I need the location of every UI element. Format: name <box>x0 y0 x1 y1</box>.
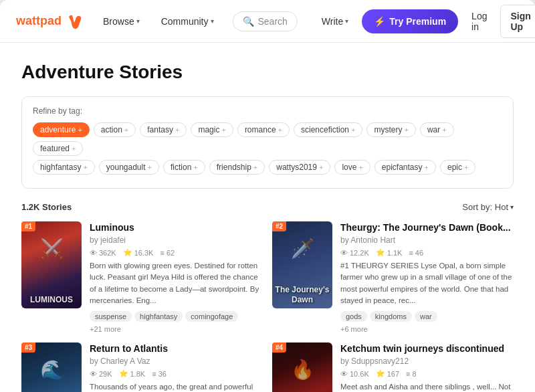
story-more-tags[interactable]: +6 more <box>340 325 514 333</box>
tag-label: war <box>427 125 440 134</box>
story-cover: ⚔️ LUMINOUS <box>21 221 82 308</box>
tag-chip-youngadult[interactable]: youngadult+ <box>99 160 159 175</box>
star-icon: ⭐ <box>376 369 385 378</box>
tag-chip-highfantasy[interactable]: highfantasy+ <box>33 160 95 175</box>
parts-value: 62 <box>167 249 175 257</box>
tag-plus-icon: + <box>78 126 82 134</box>
rank-badge: #4 <box>272 342 286 353</box>
logo-text: wattpad <box>16 14 62 28</box>
tag-chip-love[interactable]: love+ <box>334 160 370 175</box>
story-more-tags[interactable]: +21 more <box>90 325 263 333</box>
story-description: #1 THEURGY SERIES Lyse Opal, a born simp… <box>340 260 514 306</box>
story-tag[interactable]: comingofage <box>185 311 238 322</box>
signup-button[interactable]: Sign Up <box>500 5 535 38</box>
tag-chip-mystery[interactable]: mystery+ <box>366 122 415 137</box>
tag-label: epic <box>447 163 462 172</box>
story-tag[interactable]: highfantasy <box>134 311 183 322</box>
tag-plus-icon: + <box>464 163 468 171</box>
parts-value: 46 <box>415 249 423 257</box>
community-nav[interactable]: Community ▾ <box>153 11 222 32</box>
story-title[interactable]: Luminous <box>90 221 263 233</box>
tag-chip-friendship[interactable]: friendship+ <box>209 160 265 175</box>
story-title[interactable]: Return to Atlantis <box>90 342 263 355</box>
wattpad-icon <box>66 12 84 31</box>
main-content: Adventure Stories Refine by tag: adventu… <box>0 43 535 392</box>
tag-chip-epic[interactable]: epic+ <box>440 160 475 175</box>
tag-plus-icon: + <box>351 126 355 134</box>
tag-plus-icon: + <box>442 126 446 134</box>
story-info: Ketchum twin journeys discontinued by Sd… <box>340 342 514 392</box>
votes-value: 1.8K <box>130 370 146 378</box>
votes-stat: ⭐ 1.8K <box>119 369 146 378</box>
sort-chevron-icon: ▾ <box>510 203 514 211</box>
parts-stat: ≡ 46 <box>409 249 423 257</box>
login-button[interactable]: Log in <box>463 5 495 37</box>
votes-value: 16.3K <box>134 249 154 257</box>
tag-plus-icon: + <box>425 163 429 171</box>
eye-icon: 👁 <box>90 370 97 378</box>
tag-chip-featured[interactable]: featured+ <box>33 141 83 156</box>
votes-stat: ⭐ 1.1K <box>376 248 403 257</box>
story-description: Thousands of years ago, the great and po… <box>90 381 263 392</box>
tag-chip-fantasy[interactable]: fantasy+ <box>140 122 187 137</box>
story-title[interactable]: Theurgy: The Journey's Dawn (Book... <box>340 221 514 233</box>
parts-value: 36 <box>158 370 167 378</box>
sort-button[interactable]: Sort by: Hot ▾ <box>462 202 514 212</box>
story-tag[interactable]: gods <box>340 311 367 322</box>
tag-chip-wattys2019[interactable]: wattys2019+ <box>269 160 330 175</box>
story-card-2[interactable]: 🗡️ The Journey's Dawn #2 Theurgy: The Jo… <box>272 221 514 333</box>
tag-label: adventure <box>40 125 76 134</box>
reads-value: 29K <box>99 370 112 378</box>
search-bar[interactable]: 🔍 Search <box>233 11 298 31</box>
story-card-4[interactable]: 🔥 #4 Ketchum twin journeys discontinued … <box>272 342 514 392</box>
story-title[interactable]: Ketchum twin journeys discontinued <box>340 342 514 355</box>
story-author: by Antonio Hart <box>340 235 514 245</box>
story-card-1[interactable]: ⚔️ LUMINOUS #1 Luminous by jeidafei 👁 36… <box>21 221 263 333</box>
tag-plus-icon: + <box>175 126 179 134</box>
tag-label: featured <box>40 144 70 153</box>
tag-chip-romance[interactable]: romance+ <box>237 122 290 137</box>
tag-label: epicfantasy <box>382 163 423 172</box>
tag-chip-epicfantasy[interactable]: epicfantasy+ <box>374 160 436 175</box>
tag-plus-icon: + <box>83 163 87 171</box>
browse-nav[interactable]: Browse ▾ <box>95 11 148 32</box>
browse-chevron-icon: ▾ <box>136 17 140 25</box>
reads-stat: 👁 10.6K <box>340 370 369 378</box>
tag-chip-adventure[interactable]: adventure+ <box>33 122 90 137</box>
story-tag[interactable]: war <box>415 311 437 322</box>
parts-stat: ≡ 8 <box>406 370 417 378</box>
tag-label: wattys2019 <box>276 163 317 172</box>
tag-plus-icon: + <box>319 163 323 171</box>
rank-badge: #2 <box>272 221 286 231</box>
votes-stat: ⭐ 16.3K <box>123 248 154 257</box>
tag-plus-icon: + <box>72 144 76 153</box>
story-tag[interactable]: suspense <box>90 311 132 322</box>
premium-button[interactable]: ⚡ Try Premium <box>362 9 458 33</box>
reads-stat: 👁 12.2K <box>340 249 369 257</box>
stories-count: 1.2K Stories <box>21 202 72 212</box>
community-label: Community <box>161 16 209 27</box>
list-icon: ≡ <box>409 249 413 257</box>
tag-chip-action[interactable]: action+ <box>94 122 136 137</box>
votes-value: 167 <box>387 370 399 378</box>
story-info: Theurgy: The Journey's Dawn (Book... by … <box>340 221 514 333</box>
story-tags: suspensehighfantasycomingofage <box>90 311 263 322</box>
story-author: by Charley A Vaz <box>90 357 263 366</box>
eye-icon: 👁 <box>90 249 97 257</box>
browse-label: Browse <box>103 16 134 27</box>
list-icon: ≡ <box>406 370 410 378</box>
story-cover-wrap: ⚔️ LUMINOUS #1 <box>21 221 82 333</box>
sort-label: Sort by: Hot <box>462 202 508 212</box>
write-nav[interactable]: Write ▾ <box>314 11 356 32</box>
tag-chip-magic[interactable]: magic+ <box>191 122 233 137</box>
tag-chip-war[interactable]: war+ <box>420 122 454 137</box>
reads-stat: 👁 362K <box>90 249 116 257</box>
story-card-3[interactable]: 🌊 CHARLEY VAZ #3 Return to Atlantis by C… <box>21 342 263 392</box>
reads-value: 12.2K <box>350 249 369 257</box>
logo[interactable]: wattpad <box>16 12 84 31</box>
tags-row-1: adventure+action+fantasy+magic+romance+s… <box>33 122 502 156</box>
tag-chip-fiction[interactable]: fiction+ <box>163 160 205 175</box>
story-tag[interactable]: kingdoms <box>370 311 412 322</box>
tag-plus-icon: + <box>148 163 152 171</box>
tag-chip-sciencefiction[interactable]: sciencefiction+ <box>294 122 362 137</box>
